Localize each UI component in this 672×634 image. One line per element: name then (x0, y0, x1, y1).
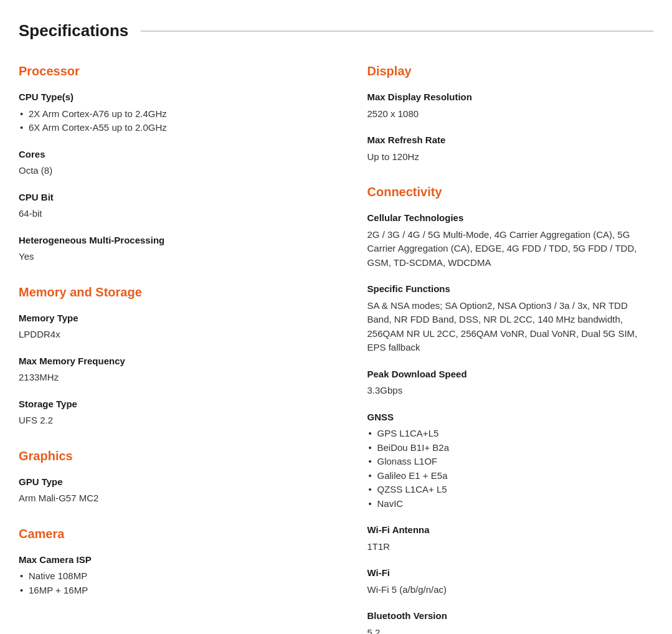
memory-storage-section-title: Memory and Storage (19, 283, 305, 301)
max-display-res-value: 2520 x 1080 (367, 107, 654, 121)
cellular-tech-label: Cellular Technologies (367, 211, 654, 225)
hmp-item: Heterogeneous Multi-Processing Yes (19, 234, 305, 264)
max-display-res-label: Max Display Resolution (367, 90, 654, 105)
right-column: Display Max Display Resolution 2520 x 10… (355, 62, 654, 634)
memory-type-item: Memory Type LPDDR4x (19, 311, 305, 342)
memory-type-label: Memory Type (19, 311, 305, 326)
bluetooth-value: 5.2 (367, 626, 654, 635)
specific-functions-label: Specific Functions (367, 282, 654, 296)
display-section: Display Max Display Resolution 2520 x 10… (367, 62, 654, 164)
processor-section-title: Processor (19, 62, 305, 80)
list-item: Native 108MP (19, 569, 305, 584)
wifi-antenna-item: Wi-Fi Antenna 1T1R (367, 523, 654, 554)
cpu-types-label: CPU Type(s) (19, 90, 305, 105)
max-display-res-item: Max Display Resolution 2520 x 1080 (367, 90, 654, 121)
gnss-item: GNSS GPS L1CA+L5 BeiDou B1I+ B2a Glonass… (367, 410, 654, 511)
page-title: Specifications (19, 19, 128, 43)
processor-section: Processor CPU Type(s) 2X Arm Cortex-A76 … (19, 62, 305, 264)
camera-section: Camera Max Camera ISP Native 108MP 16MP … (19, 524, 305, 598)
display-section-title: Display (367, 62, 654, 80)
bluetooth-item: Bluetooth Version 5.2 (367, 609, 654, 634)
max-camera-isp-list: Native 108MP 16MP + 16MP (19, 569, 305, 597)
max-memory-freq-value: 2133MHz (19, 371, 305, 385)
storage-type-label: Storage Type (19, 397, 305, 412)
hmp-value: Yes (19, 250, 305, 264)
camera-section-title: Camera (19, 524, 305, 543)
connectivity-section-title: Connectivity (367, 182, 654, 201)
gpu-type-label: GPU Type (19, 475, 305, 490)
cpu-bit-item: CPU Bit 64-bit (19, 191, 305, 221)
connectivity-section: Connectivity Cellular Technologies 2G / … (367, 182, 654, 634)
wifi-value: Wi-Fi 5 (a/b/g/n/ac) (367, 583, 654, 597)
max-refresh-rate-item: Max Refresh Rate Up to 120Hz (367, 133, 654, 164)
peak-download-value: 3.3Gbps (367, 384, 654, 398)
peak-download-item: Peak Download Speed 3.3Gbps (367, 367, 654, 398)
cpu-bit-value: 64-bit (19, 207, 305, 221)
list-item: NavIC (367, 497, 654, 511)
max-memory-freq-label: Max Memory Frequency (19, 354, 305, 369)
cores-item: Cores Octa (8) (19, 148, 305, 178)
list-item: 16MP + 16MP (19, 584, 305, 598)
peak-download-label: Peak Download Speed (367, 367, 654, 382)
list-item: QZSS L1CA+ L5 (367, 483, 654, 497)
wifi-item: Wi-Fi Wi-Fi 5 (a/b/g/n/ac) (367, 566, 654, 597)
cellular-tech-value: 2G / 3G / 4G / 5G Multi-Mode, 4G Carrier… (367, 228, 654, 270)
list-item: Galileo E1 + E5a (367, 469, 654, 483)
bluetooth-label: Bluetooth Version (367, 609, 654, 623)
cores-label: Cores (19, 148, 305, 162)
max-memory-freq-item: Max Memory Frequency 2133MHz (19, 354, 305, 385)
max-refresh-rate-value: Up to 120Hz (367, 150, 654, 164)
graphics-section-title: Graphics (19, 447, 305, 465)
max-camera-isp-item: Max Camera ISP Native 108MP 16MP + 16MP (19, 553, 305, 598)
list-item: BeiDou B1I+ B2a (367, 441, 654, 455)
left-column: Processor CPU Type(s) 2X Arm Cortex-A76 … (19, 62, 318, 634)
cores-value: Octa (8) (19, 164, 305, 178)
specific-functions-value: SA & NSA modes; SA Option2, NSA Option3 … (367, 299, 654, 355)
graphics-section: Graphics GPU Type Arm Mali-G57 MC2 (19, 447, 305, 506)
gpu-type-value: Arm Mali-G57 MC2 (19, 491, 305, 506)
list-item: 6X Arm Cortex-A55 up to 2.0GHz (19, 121, 305, 135)
wifi-label: Wi-Fi (367, 566, 654, 580)
specific-functions-item: Specific Functions SA & NSA modes; SA Op… (367, 282, 654, 355)
max-camera-isp-label: Max Camera ISP (19, 553, 305, 567)
gpu-type-item: GPU Type Arm Mali-G57 MC2 (19, 475, 305, 506)
max-refresh-rate-label: Max Refresh Rate (367, 133, 654, 148)
storage-type-item: Storage Type UFS 2.2 (19, 397, 305, 428)
gnss-label: GNSS (367, 410, 654, 425)
wifi-antenna-label: Wi-Fi Antenna (367, 523, 654, 537)
list-item: GPS L1CA+L5 (367, 427, 654, 441)
list-item: Glonass L1OF (367, 455, 654, 469)
hmp-label: Heterogeneous Multi-Processing (19, 234, 305, 248)
memory-type-value: LPDDR4x (19, 328, 305, 342)
gnss-list: GPS L1CA+L5 BeiDou B1I+ B2a Glonass L1OF… (367, 427, 654, 511)
wifi-antenna-value: 1T1R (367, 540, 654, 554)
storage-type-value: UFS 2.2 (19, 414, 305, 428)
cpu-types-list: 2X Arm Cortex-A76 up to 2.4GHz 6X Arm Co… (19, 107, 305, 135)
cellular-tech-item: Cellular Technologies 2G / 3G / 4G / 5G … (367, 211, 654, 270)
title-divider (141, 31, 653, 32)
cpu-types-item: CPU Type(s) 2X Arm Cortex-A76 up to 2.4G… (19, 90, 305, 135)
cpu-bit-label: CPU Bit (19, 191, 305, 205)
list-item: 2X Arm Cortex-A76 up to 2.4GHz (19, 107, 305, 121)
memory-storage-section: Memory and Storage Memory Type LPDDR4x M… (19, 283, 305, 428)
